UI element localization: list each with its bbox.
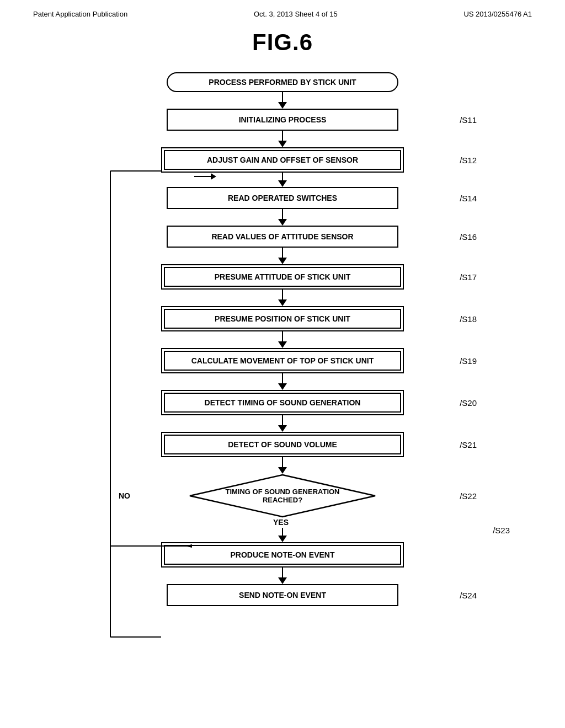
s19-box: CALCULATE MOVEMENT OF TOP OF STICK UNIT — [161, 348, 404, 373]
s20-row: DETECT TIMING OF SOUND GENERATION S20 — [33, 390, 532, 415]
s16-row: READ VALUES OF ATTITUDE SENSOR S16 — [33, 226, 532, 248]
s18-label: S18 — [460, 314, 477, 324]
arrow-4 — [278, 209, 287, 226]
arrow-7 — [278, 331, 287, 348]
header-left: Patent Application Publication — [33, 10, 127, 18]
s16-label: S16 — [460, 232, 477, 242]
s11-box: INITIALIZING PROCESS — [167, 109, 398, 131]
s12-row: ADJUST GAIN AND OFFSET OF SENSOR S12 — [33, 147, 532, 173]
s21-row: DETECT OF SOUND VOLUME S21 — [33, 432, 532, 457]
s23-row: PRODUCE NOTE-ON EVENT — [33, 542, 532, 568]
arrow-11 — [278, 568, 287, 584]
yes-row: YES S23 — [33, 518, 532, 542]
yes-label: YES — [273, 518, 289, 527]
arrow-9 — [278, 415, 287, 432]
s22-row: TIMING OF SOUND GENERATION REACHED? S22 … — [33, 474, 532, 518]
s14-label: S14 — [460, 194, 477, 203]
figure-title: FIG.6 — [0, 29, 565, 56]
s18-box: PRESUME POSITION OF STICK UNIT — [161, 306, 404, 331]
s19-label: S19 — [460, 356, 477, 366]
svg-marker-0 — [190, 475, 375, 517]
s18-row: PRESUME POSITION OF STICK UNIT S18 — [33, 306, 532, 331]
s11-label: S11 — [460, 115, 477, 125]
arrow-1 — [278, 92, 287, 109]
s20-box: DETECT TIMING OF SOUND GENERATION — [161, 390, 404, 415]
s17-label: S17 — [460, 272, 477, 282]
arrow-5 — [278, 248, 287, 264]
s24-label: S24 — [460, 591, 477, 600]
arrow-2 — [278, 131, 287, 147]
arrow-3 — [278, 180, 287, 187]
s24-box: SEND NOTE-ON EVENT — [167, 584, 398, 606]
s14-box: READ OPERATED SWITCHES — [167, 187, 398, 209]
s17-row: PRESUME ATTITUDE OF STICK UNIT S17 — [33, 264, 532, 290]
s23-label-pos: S23 — [493, 526, 510, 535]
no-label: NO — [119, 491, 130, 500]
start-terminal: PROCESS PERFORMED BY STICK UNIT — [167, 72, 398, 92]
s21-label: S21 — [460, 440, 477, 449]
arrow-10 — [278, 457, 287, 474]
s11-row: INITIALIZING PROCESS S11 — [33, 109, 532, 131]
arrow-8 — [278, 373, 287, 390]
s14-row: READ OPERATED SWITCHES S14 — [33, 187, 532, 209]
s19-row: CALCULATE MOVEMENT OF TOP OF STICK UNIT … — [33, 348, 532, 373]
s24-row: SEND NOTE-ON EVENT S24 — [33, 584, 532, 606]
s16-box: READ VALUES OF ATTITUDE SENSOR — [167, 226, 398, 248]
s23-box: PRODUCE NOTE-ON EVENT — [161, 542, 404, 568]
s22-label: S22 — [460, 491, 477, 501]
diamond-svg — [189, 474, 376, 518]
header-right: US 2013/0255476 A1 — [463, 10, 532, 18]
s12-box: ADJUST GAIN AND OFFSET OF SENSOR — [161, 147, 404, 173]
s12-label: S12 — [460, 156, 477, 165]
s22-diamond: TIMING OF SOUND GENERATION REACHED? — [189, 474, 376, 518]
flowchart: PROCESS PERFORMED BY STICK UNIT INITIALI… — [0, 72, 565, 606]
header-middle: Oct. 3, 2013 Sheet 4 of 15 — [254, 10, 338, 18]
s21-box: DETECT OF SOUND VOLUME — [161, 432, 404, 457]
start-terminal-row: PROCESS PERFORMED BY STICK UNIT — [33, 72, 532, 92]
s17-box: PRESUME ATTITUDE OF STICK UNIT — [161, 264, 404, 290]
page-header: Patent Application Publication Oct. 3, 2… — [0, 0, 565, 24]
arrow-6 — [278, 290, 287, 306]
s20-label: S20 — [460, 398, 477, 408]
